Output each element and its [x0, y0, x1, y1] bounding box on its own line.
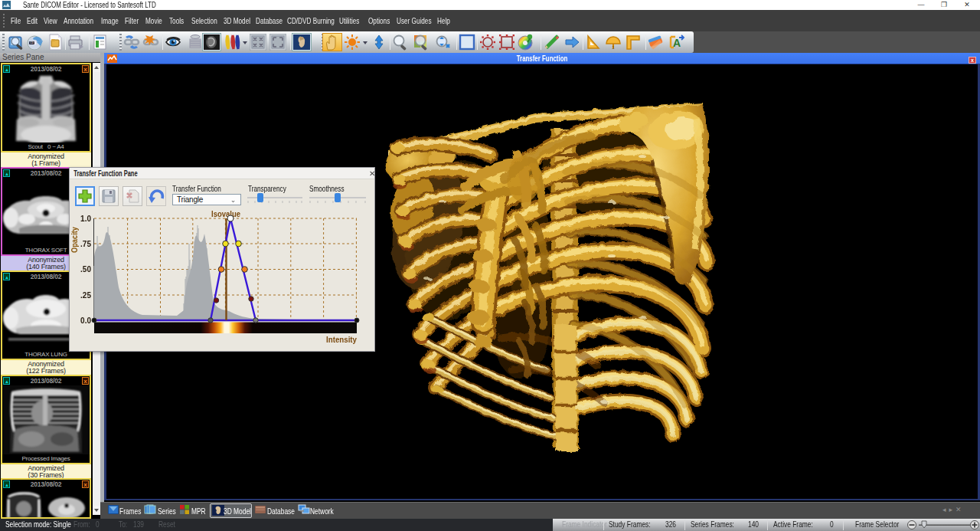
svg-text:Isovalue: Isovalue	[211, 211, 240, 218]
svg-text:A: A	[673, 37, 681, 49]
svg-text:CD: CD	[30, 41, 34, 44]
svg-text:.75: .75	[80, 240, 91, 248]
svg-text:Intensity: Intensity	[326, 335, 358, 344]
svg-text:.25: .25	[80, 291, 91, 300]
svg-text:Opacity: Opacity	[70, 227, 79, 253]
svg-text:1.0: 1.0	[80, 215, 91, 223]
svg-text:.50: .50	[80, 265, 91, 274]
svg-text:0.0: 0.0	[80, 316, 91, 325]
svg-text:1: 1	[612, 45, 615, 50]
